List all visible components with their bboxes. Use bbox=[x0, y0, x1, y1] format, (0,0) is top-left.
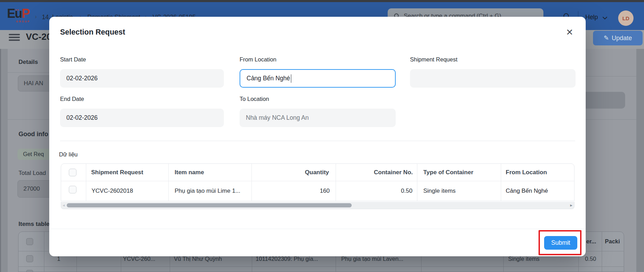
cell-person: Vũ Thị Như Quỳnh bbox=[174, 256, 222, 262]
cell-quantity: 160 bbox=[266, 188, 330, 194]
selection-request-modal: Selection Request ✕ Start Date From Loca… bbox=[49, 17, 586, 256]
form-divider bbox=[60, 141, 575, 141]
shipment-request-label: Shipment Request bbox=[410, 56, 458, 63]
tab-details[interactable]: Details bbox=[19, 59, 38, 66]
scrollbar-thumb[interactable] bbox=[67, 203, 352, 207]
to-location-input[interactable]: Nhà máy NCA Long An bbox=[240, 109, 396, 127]
cell-container: 0.50 bbox=[563, 256, 596, 262]
breadcrumb-separator: › bbox=[35, 14, 37, 20]
row-checkbox[interactable] bbox=[69, 186, 76, 193]
logo-umlaut: •• bbox=[15, 3, 20, 16]
footer-divider bbox=[49, 229, 586, 229]
cell-from-location: Cảng Bến Nghé bbox=[506, 188, 548, 194]
cell-type: Single items bbox=[508, 256, 540, 262]
column-shipment-request: Shipment Request bbox=[91, 169, 143, 176]
section-good-info: Good info bbox=[19, 131, 48, 138]
right-gutter bbox=[636, 49, 644, 272]
annotation-highlight-rectangle bbox=[539, 230, 581, 255]
menu-toggle-icon[interactable] bbox=[9, 34, 20, 41]
text-caret bbox=[291, 74, 292, 83]
avatar-initials: LD bbox=[622, 15, 629, 21]
end-date-label: End Date bbox=[60, 96, 84, 102]
left-edge bbox=[0, 49, 1, 272]
scroll-left-icon[interactable]: ◂ bbox=[63, 202, 65, 208]
eup-logo[interactable]: Eu••P GROUP bbox=[7, 7, 32, 27]
shipment-request-input[interactable] bbox=[410, 69, 576, 88]
chevron-down-icon bbox=[602, 16, 607, 20]
column-container-no: Container No. bbox=[350, 169, 413, 176]
page-title: VC-2026-05195 bbox=[26, 31, 51, 43]
header-border bbox=[61, 181, 574, 181]
logo-subtext: GROUP bbox=[16, 20, 32, 23]
column-header-packing: Packi bbox=[605, 238, 620, 245]
cell-row-number: 1 bbox=[53, 256, 64, 262]
start-date-label: Start Date bbox=[60, 56, 86, 63]
cell-type-of-container: Single items bbox=[423, 188, 456, 194]
selection-table: Shipment Request Item name Quantity Cont… bbox=[61, 163, 575, 201]
cell-item-name: Phụ gia tạo mùi Laven... bbox=[341, 256, 403, 262]
from-location-label: From Location bbox=[240, 56, 276, 63]
help-menu[interactable]: Help bbox=[585, 14, 598, 21]
app-screen: Eu••P GROUP › 14. Logistic › Domestic Sh… bbox=[0, 0, 644, 272]
items-table-label: Items table bbox=[19, 221, 50, 228]
column-item-name: Item name bbox=[175, 169, 204, 176]
select-all-checkbox[interactable] bbox=[26, 238, 33, 245]
column-quantity: Quantity bbox=[266, 169, 329, 176]
end-date-input[interactable]: 02-02-2026 bbox=[60, 109, 224, 127]
modal-title: Selection Request bbox=[60, 28, 125, 37]
cell-shipment-request: YCVC-2602018 bbox=[92, 188, 133, 194]
column-from-location: From Location bbox=[506, 169, 547, 176]
scroll-right-icon[interactable]: ▸ bbox=[570, 202, 572, 208]
column-type-of-container: Type of Container bbox=[423, 169, 473, 176]
cell-container-no: 0.50 bbox=[350, 188, 412, 194]
total-load-label: Total Load bbox=[19, 170, 46, 177]
update-button[interactable]: ✎ Update bbox=[593, 31, 643, 45]
to-location-label: To Location bbox=[240, 96, 269, 102]
cell-request: YCVC-260... bbox=[123, 256, 155, 262]
user-avatar[interactable]: LD bbox=[618, 10, 634, 26]
cell-item-name: Phụ gia tạo mùi Lime 1... bbox=[175, 188, 240, 194]
logo-text: Eu••P bbox=[7, 7, 32, 20]
table-row-border bbox=[19, 266, 624, 267]
close-icon[interactable]: ✕ bbox=[563, 26, 576, 38]
row-checkbox[interactable] bbox=[26, 255, 33, 262]
select-all-checkbox[interactable] bbox=[69, 169, 76, 176]
from-location-input[interactable]: Cảng Bến Nghé bbox=[240, 69, 396, 88]
pencil-icon: ✎ bbox=[603, 34, 609, 42]
table-horizontal-scrollbar[interactable]: ◂ ▸ bbox=[61, 202, 575, 209]
left-gutter bbox=[0, 49, 8, 272]
row-checkbox[interactable] bbox=[26, 270, 33, 272]
start-date-input[interactable]: 02-02-2026 bbox=[60, 69, 224, 88]
cell-item-code: 10114202309: Phụ gia... bbox=[256, 256, 318, 262]
data-table-caption: Dữ liệu bbox=[59, 151, 78, 158]
